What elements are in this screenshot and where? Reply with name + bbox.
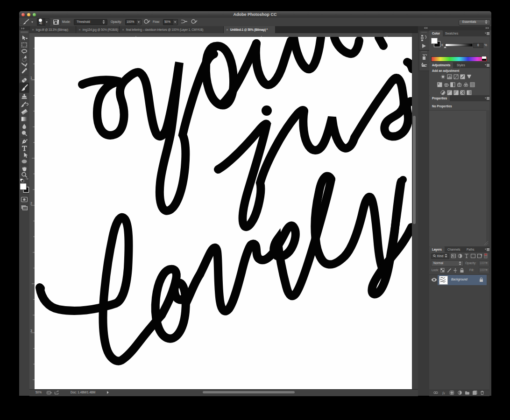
svg-text:2: 2 bbox=[30, 202, 32, 205]
svg-text:3: 3 bbox=[30, 329, 32, 332]
svg-text:fx: fx bbox=[442, 391, 445, 395]
svg-text:1: 1 bbox=[30, 76, 32, 79]
